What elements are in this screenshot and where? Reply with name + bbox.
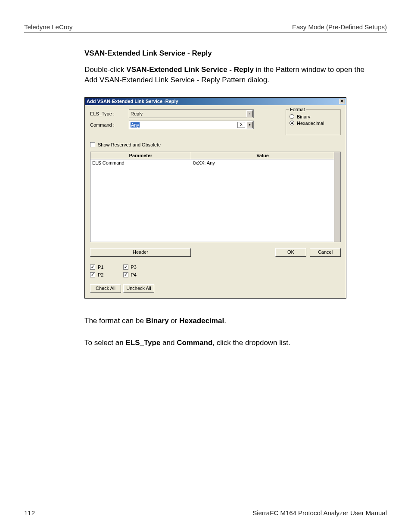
p4-label: P4: [131, 272, 137, 277]
p3-b2: Command: [177, 339, 212, 347]
p2-label: P2: [98, 272, 103, 277]
radio-icon[interactable]: [290, 121, 294, 125]
checkbox-p2[interactable]: P2: [90, 272, 103, 277]
header-left: Teledyne LeCroy: [24, 23, 73, 31]
radio-binary[interactable]: Binary: [290, 114, 337, 119]
p1-label: P1: [98, 264, 103, 270]
page-header: Teledyne LeCroy Easy Mode (Pre-Defined S…: [24, 23, 387, 33]
radio-icon[interactable]: [290, 114, 294, 119]
manual-title: SierraFC M164 Protocol Analyzer User Man…: [252, 509, 387, 516]
scrollbar[interactable]: [334, 152, 340, 242]
radio-hex-label: Hexadecimal: [297, 121, 324, 126]
chevron-down-icon[interactable]: ▼: [246, 121, 253, 128]
page-number: 112: [24, 509, 35, 516]
command-value: Any: [129, 122, 237, 128]
format-fieldset: Format Binary Hexadecimal: [286, 109, 341, 135]
checkbox-icon[interactable]: [90, 142, 95, 147]
show-reserved-label: Show Reserved and Obsolete: [98, 142, 161, 147]
add-vsan-dialog: Add VSAN-Extended Link Service -Reply ✕ …: [84, 97, 346, 299]
p2-pre: The format can be: [84, 317, 146, 325]
intro-paragraph: Double-click VSAN-Extended Link Service …: [84, 65, 370, 85]
radio-hex[interactable]: Hexadecimal: [290, 121, 337, 126]
ok-button[interactable]: OK: [275, 248, 306, 257]
radio-binary-label: Binary: [297, 114, 310, 119]
close-icon[interactable]: ✕: [339, 99, 345, 104]
dialog-title: Add VSAN-Extended Link Service -Reply: [87, 99, 178, 104]
p3-label: P3: [131, 264, 137, 270]
header-button[interactable]: Header: [90, 248, 191, 257]
dialog-titlebar[interactable]: Add VSAN-Extended Link Service -Reply ✕: [85, 98, 346, 105]
command-combo[interactable]: Any X ▼: [129, 121, 254, 129]
p3-mid: and: [160, 339, 177, 347]
checkbox-icon[interactable]: [90, 264, 95, 270]
checkbox-icon[interactable]: [123, 264, 128, 270]
format-legend: Format: [289, 107, 306, 112]
els-type-value: Reply: [129, 111, 246, 116]
section-title: VSAN-Extended Link Service - Reply: [84, 49, 370, 58]
col-value[interactable]: Value: [191, 152, 334, 159]
cell-parameter: ELS Command: [90, 159, 191, 166]
checkbox-p1[interactable]: P1: [90, 264, 103, 270]
p2-b1: Binary: [146, 317, 169, 325]
select-paragraph: To select an ELS_Type and Command, click…: [84, 338, 370, 348]
chevron-down-icon[interactable]: ▼: [246, 110, 253, 117]
intro-bold: VSAN-Extended Link Service - Reply: [126, 65, 254, 74]
show-reserved-checkbox[interactable]: Show Reserved and Obsolete: [90, 142, 341, 147]
clear-icon[interactable]: X: [237, 122, 245, 128]
command-label: Command :: [90, 122, 129, 128]
p3-pre: To select an: [84, 339, 125, 347]
table-row[interactable]: ELS Command 0xXX: Any: [90, 159, 334, 166]
p2-post: .: [224, 317, 226, 325]
p3-post: , click the dropdown list.: [212, 339, 290, 347]
intro-pre: Double-click: [84, 65, 126, 74]
check-all-button[interactable]: Check All: [90, 284, 121, 293]
p2-b2: Hexadecimal: [179, 317, 224, 325]
checkbox-icon[interactable]: [123, 272, 128, 277]
header-right: Easy Mode (Pre-Defined Setups): [292, 23, 387, 31]
p3-b1: ELS_Type: [125, 339, 160, 347]
port-checkboxes: P1 P2 P3 P4 Check All Uncheck All: [90, 264, 341, 293]
parameter-grid: Parameter Value ELS Command 0xXX: Any: [90, 152, 341, 242]
els-type-combo[interactable]: Reply ▼: [129, 109, 254, 118]
format-paragraph: The format can be Binary or Hexadecimal.: [84, 316, 370, 326]
checkbox-p3[interactable]: P3: [123, 264, 137, 270]
page-footer: 112 SierraFC M164 Protocol Analyzer User…: [24, 509, 387, 516]
checkbox-icon[interactable]: [90, 272, 95, 277]
col-parameter[interactable]: Parameter: [90, 152, 191, 159]
p2-mid: or: [169, 317, 180, 325]
cancel-button[interactable]: Cancel: [310, 248, 341, 257]
checkbox-p4[interactable]: P4: [123, 272, 137, 277]
els-type-label: ELS_Type :: [90, 111, 129, 116]
cell-value: 0xXX: Any: [191, 159, 334, 166]
uncheck-all-button[interactable]: Uncheck All: [123, 284, 154, 293]
